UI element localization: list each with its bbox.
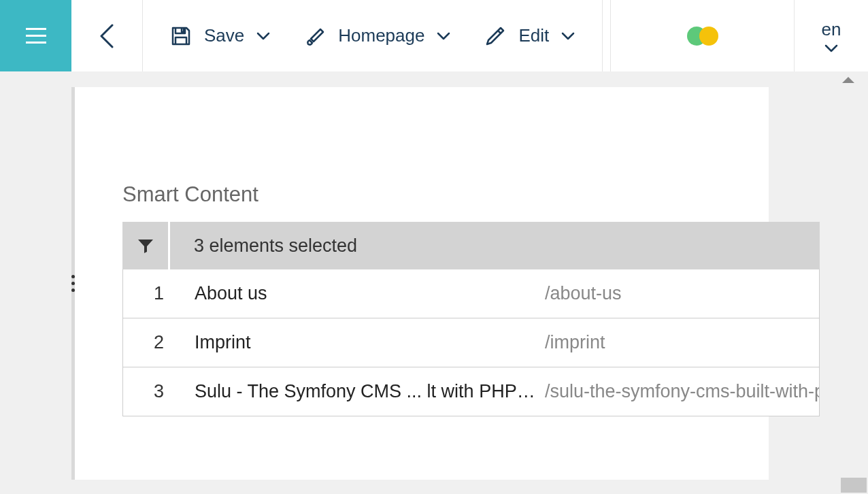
edit-button[interactable]: Edit [484,25,575,47]
back-button[interactable] [71,0,143,71]
toolbar-spacer [603,0,611,71]
scrollbar-thumb[interactable] [841,478,867,493]
language-selector[interactable]: en [795,0,868,71]
panel-content: Smart Content 3 elements selected 1About… [75,87,820,480]
filter-summary[interactable]: 3 elements selected [170,222,820,269]
svg-rect-2 [26,42,46,44]
content-area: Smart Content 3 elements selected 1About… [0,71,868,494]
edit-label: Edit [518,25,549,46]
svg-rect-0 [26,28,46,30]
chevron-down-icon [437,32,450,40]
chevron-down-icon [256,32,270,40]
chevron-down-icon [561,32,575,40]
chevron-left-icon [99,24,115,48]
save-icon [170,25,192,47]
row-number: 2 [123,332,195,353]
language-label: en [822,19,841,40]
template-button[interactable]: Homepage [304,25,450,47]
chevron-down-icon [824,44,838,52]
scroll-up-icon[interactable] [842,77,854,83]
section-title: Smart Content [122,182,820,207]
table-row[interactable]: 2Imprint/imprint [122,318,820,367]
row-number: 1 [123,283,195,304]
save-button[interactable]: Save [170,25,270,47]
menu-button[interactable] [0,0,71,71]
template-label: Homepage [338,25,424,46]
publish-status[interactable] [611,0,795,71]
top-toolbar: Save Homepage Edit [0,0,868,71]
content-panel: Smart Content 3 elements selected 1About… [71,87,769,480]
filter-icon [137,237,154,254]
hamburger-icon [26,28,46,44]
save-label: Save [204,25,244,46]
toolbar-actions: Save Homepage Edit [143,0,603,71]
table-row[interactable]: 1About us/about-us [122,269,820,318]
status-indicator-icon [687,27,718,46]
table-row[interactable]: 3Sulu - The Symfony CMS ... lt with PHPC… [122,367,820,416]
row-title: Imprint [195,332,545,353]
row-number: 3 [123,381,195,402]
row-title: Sulu - The Symfony CMS ... lt with PHPCR… [195,381,545,402]
row-path: /imprint [545,332,819,353]
row-path: /about-us [545,283,819,304]
row-path: /sulu-the-symfony-cms-built-with-phpcr-a [545,381,819,402]
svg-rect-1 [26,35,46,37]
pencil-icon [484,25,506,47]
smart-content-widget: 3 elements selected 1About us/about-us2I… [122,222,820,416]
filter-button[interactable] [122,222,170,269]
row-title: About us [195,283,545,304]
brush-icon [304,25,326,47]
filter-header: 3 elements selected [122,222,820,269]
